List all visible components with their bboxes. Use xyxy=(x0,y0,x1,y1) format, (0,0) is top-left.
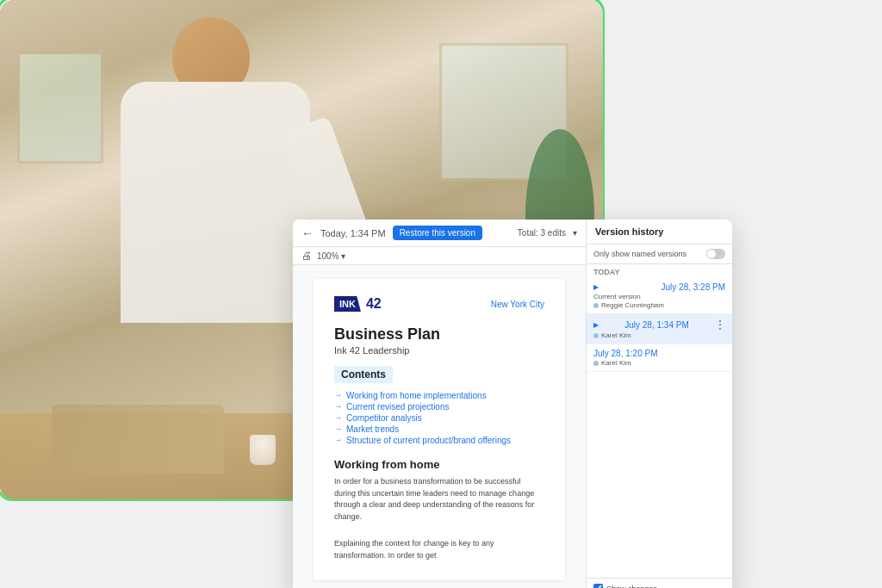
named-versions-toggle[interactable] xyxy=(706,249,725,259)
contents-item-5[interactable]: Structure of current product/brand offer… xyxy=(334,435,544,446)
contents-item-1[interactable]: Working from home implementations xyxy=(334,390,544,401)
version-item-3-header: July 28, 1:20 PM xyxy=(593,349,725,358)
document-overlay: ← Today, 1:34 PM Restore this version To… xyxy=(293,220,732,588)
version-item-2[interactable]: ▶ July 28, 1:34 PM ⋮ Karel Kim xyxy=(587,314,732,344)
version-1-author: Reggie Cunningham xyxy=(593,301,725,309)
version-item-1-header: ▶ July 28, 3:28 PM xyxy=(593,282,725,292)
contents-item-3[interactable]: Competitor analysis xyxy=(334,412,544,424)
version-sidebar-footer: Show changes xyxy=(587,578,732,588)
contents-list: Working from home implementations Curren… xyxy=(334,390,544,446)
author-3-name: Karel Kim xyxy=(601,359,631,367)
author-1-avatar xyxy=(593,303,599,308)
version-filter-row: Only show named versions xyxy=(587,244,732,264)
document-main-area: ← Today, 1:34 PM Restore this version To… xyxy=(293,220,586,588)
version-1-status: Current version xyxy=(593,293,725,300)
zoom-value: 100% xyxy=(317,251,339,261)
restore-version-button[interactable]: Restore this version xyxy=(393,226,482,240)
document-toolbar: ← Today, 1:34 PM Restore this version To… xyxy=(293,220,586,247)
edits-dropdown-arrow[interactable]: ▾ xyxy=(573,228,577,238)
version-1-time: July 28, 3:28 PM xyxy=(662,282,725,292)
version-2-time: July 28, 1:34 PM xyxy=(624,320,688,330)
zoom-dropdown-arrow: ▾ xyxy=(341,251,345,261)
version-item-1[interactable]: ▶ July 28, 3:28 PM Current version Reggi… xyxy=(587,278,732,314)
contents-item-4[interactable]: Market trends xyxy=(334,424,544,435)
total-edits-label: Total: 3 edits xyxy=(518,228,566,238)
back-arrow-button[interactable]: ← xyxy=(301,226,314,240)
show-changes-label: Show changes xyxy=(606,585,657,589)
version-day-label: TODAY xyxy=(587,264,732,278)
laptop-decoration xyxy=(52,405,224,473)
version-2-author: Karel Kim xyxy=(593,331,725,339)
section1-title: Working from home xyxy=(334,458,544,471)
ink-logo-dark: INK xyxy=(334,296,361,312)
document-subtitle: Ink 42 Leadership xyxy=(334,345,544,356)
version-item-2-header: ▶ July 28, 1:34 PM ⋮ xyxy=(593,319,725,331)
version-3-time: July 28, 1:20 PM xyxy=(593,349,657,358)
contents-item-2[interactable]: Current revised projections xyxy=(334,401,544,412)
author-3-avatar xyxy=(593,361,599,366)
zoom-control[interactable]: 100% ▾ xyxy=(317,251,345,261)
version-1-arrow: ▶ xyxy=(593,283,599,291)
toolbar-date: Today, 1:34 PM xyxy=(320,228,386,238)
document-page: INK 42 New York City Business Plan Ink 4… xyxy=(314,279,565,580)
secondary-toolbar: 🖨 100% ▾ xyxy=(293,247,586,265)
city-label: New York City xyxy=(491,300,544,309)
version-history-header: Version history xyxy=(587,220,732,244)
logo-row: INK 42 New York City xyxy=(334,296,544,312)
version-history-sidebar: Version history Only show named versions… xyxy=(586,220,732,588)
document-title: Business Plan xyxy=(334,325,544,344)
print-icon[interactable]: 🖨 xyxy=(301,250,312,262)
version-item-3[interactable]: July 28, 1:20 PM Karel Kim xyxy=(587,344,732,372)
coffee-cup-decoration xyxy=(250,435,276,465)
contents-header: Contents xyxy=(334,366,393,383)
document-content-area: INK 42 New York City Business Plan Ink 4… xyxy=(293,265,586,588)
version-2-arrow: ▶ xyxy=(593,321,599,329)
section1-body2: Explaining the context for change is key… xyxy=(334,538,544,561)
author-2-name: Karel Kim xyxy=(601,331,631,339)
author-1-name: Reggie Cunningham xyxy=(601,301,664,309)
show-changes-checkbox[interactable] xyxy=(593,584,603,588)
ink-logo-number: 42 xyxy=(366,296,382,312)
ink-logo-badge: INK 42 xyxy=(334,296,382,312)
version-filter-label: Only show named versions xyxy=(593,250,703,258)
version-2-more-button[interactable]: ⋮ xyxy=(715,319,725,331)
author-2-avatar xyxy=(593,333,599,338)
person-body xyxy=(121,82,310,323)
version-3-author: Karel Kim xyxy=(593,359,725,367)
section1-body: In order for a business transformation t… xyxy=(334,476,544,523)
